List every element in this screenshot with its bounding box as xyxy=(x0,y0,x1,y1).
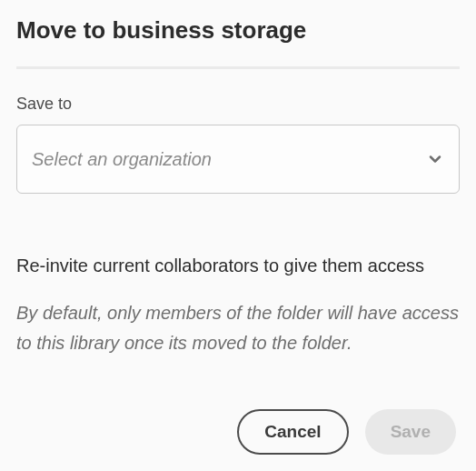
dialog-title: Move to business storage xyxy=(16,16,460,45)
button-row: Cancel Save xyxy=(16,409,460,455)
organization-select-placeholder: Select an organization xyxy=(32,149,426,170)
save-button[interactable]: Save xyxy=(365,409,456,455)
reinvite-heading: Re-invite current collaborators to give … xyxy=(16,256,460,276)
organization-select[interactable]: Select an organization xyxy=(16,125,460,194)
cancel-button[interactable]: Cancel xyxy=(237,409,348,455)
divider xyxy=(16,66,460,69)
reinvite-description: By default, only members of the folder w… xyxy=(16,298,460,358)
save-to-label: Save to xyxy=(16,95,460,114)
chevron-down-icon xyxy=(426,150,444,168)
